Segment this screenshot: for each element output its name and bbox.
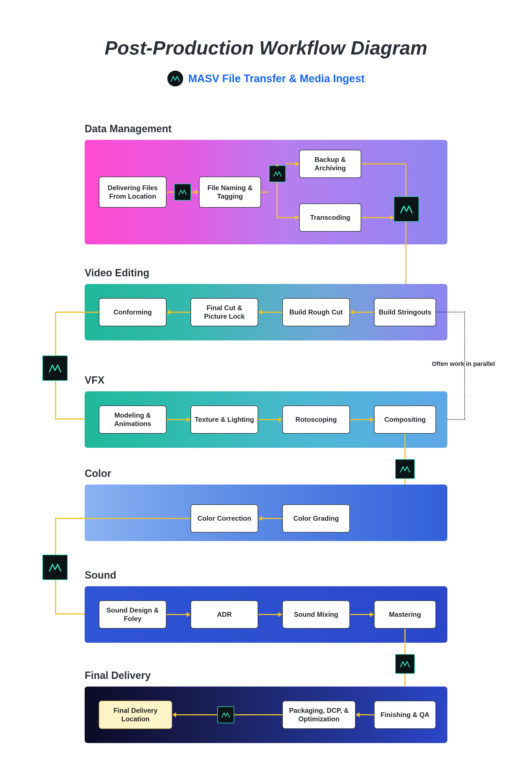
masv-logo-icon (167, 71, 183, 86)
node-modeling: Modeling & Animations (99, 405, 167, 434)
node-backup-archiving: Backup & Archiving (299, 150, 361, 178)
node-sound-mixing: Sound Mixing (282, 601, 350, 629)
arrow (405, 163, 406, 197)
arrow (354, 312, 374, 313)
arrow (55, 580, 56, 614)
arrow (176, 714, 217, 715)
masv-icon-color-to-sound (42, 554, 68, 580)
arrow (404, 434, 406, 459)
arrow-head (195, 189, 199, 195)
node-conforming: Conforming (99, 298, 167, 326)
arrow-head (258, 516, 262, 521)
node-final-cut: Final Cut & Picture Lock (191, 298, 258, 326)
arrow-head (356, 712, 360, 717)
arrow (55, 518, 56, 554)
masv-icon-after-naming (269, 165, 286, 182)
arrow (277, 217, 296, 218)
node-finishing-qa: Finishing & QA (374, 701, 436, 729)
section-label-color: Color (85, 468, 111, 479)
node-color-grading: Color Grading (282, 504, 350, 532)
section-label-vfx: VFX (85, 374, 104, 386)
node-final-delivery-location: Final Delivery Location (99, 701, 172, 729)
arrow (258, 419, 278, 420)
arrow (261, 191, 269, 193)
arrow-head (390, 215, 394, 220)
arrow (262, 518, 282, 519)
node-delivering-files: Delivering Files From Location (99, 176, 167, 208)
diagram-page: Post-Production Workflow Diagram MASV Fi… (0, 0, 532, 773)
arrow (286, 163, 296, 164)
arrow-head (167, 310, 170, 315)
arrow-head (187, 417, 191, 422)
arrow (167, 191, 174, 193)
arrow (277, 164, 278, 167)
arrow-head (278, 612, 282, 617)
node-build-stringouts: Build Stringouts (374, 298, 436, 326)
dotted-line (436, 312, 464, 313)
node-rotoscoping: Rotoscoping (282, 405, 350, 434)
section-label-video-editing: Video Editing (85, 267, 149, 279)
arrow-head (258, 310, 262, 315)
node-mastering: Mastering (374, 601, 436, 629)
masv-icon-sound-to-final (395, 654, 415, 674)
masv-icon-after-delivering (174, 183, 191, 201)
arrow-head (350, 310, 354, 315)
node-packaging: Packaging, DCP, & Optimization (282, 701, 356, 729)
arrow (277, 182, 278, 218)
node-adr: ADR (191, 601, 258, 629)
arrow (350, 419, 370, 420)
arrow (361, 163, 406, 164)
arrow-head (370, 417, 374, 422)
arrow (55, 312, 99, 313)
arrow (167, 614, 187, 615)
arrow (361, 217, 391, 218)
arrow (55, 312, 56, 355)
arrow (258, 614, 278, 615)
arrow (167, 419, 187, 420)
section-label-sound: Sound (85, 569, 116, 581)
arrow-head (295, 215, 299, 220)
arrow (350, 614, 370, 615)
arrow-head (187, 612, 191, 617)
annotation-parallel: Often work in parallel (432, 360, 495, 368)
arrow-head (278, 417, 282, 422)
arrow-head (295, 161, 299, 166)
arrow (55, 518, 191, 519)
section-label-final-delivery: Final Delivery (85, 670, 151, 682)
masv-icon-vfx-to-color (395, 459, 415, 479)
arrow (55, 381, 56, 419)
node-transcoding: Transcoding (299, 204, 361, 232)
node-build-rough-cut: Build Rough Cut (282, 298, 350, 326)
node-sound-design: Sound Design & Foley (99, 601, 167, 629)
node-file-naming: File Naming & Tagging (199, 176, 261, 208)
panel-color (85, 484, 447, 541)
masv-icon-packaging (217, 706, 234, 723)
masv-icon-ve-to-vfx (42, 355, 68, 381)
arrow (234, 714, 282, 715)
node-color-correction: Color Correction (191, 504, 258, 532)
section-label-data-management: Data Management (85, 123, 172, 135)
arrow-head (172, 712, 176, 717)
arrow-head (370, 612, 374, 617)
arrow (360, 714, 374, 715)
page-subtitle: MASV File Transfer & Media Ingest (188, 73, 365, 85)
masv-icon-dm-out (394, 197, 419, 222)
subtitle-row: MASV File Transfer & Media Ingest (0, 71, 532, 86)
arrow (170, 312, 191, 313)
node-compositing: Compositing (374, 405, 436, 434)
node-texture: Texture & Lighting (191, 405, 258, 434)
page-title: Post-Production Workflow Diagram (0, 37, 532, 59)
arrow (404, 629, 406, 654)
arrow (262, 312, 282, 313)
